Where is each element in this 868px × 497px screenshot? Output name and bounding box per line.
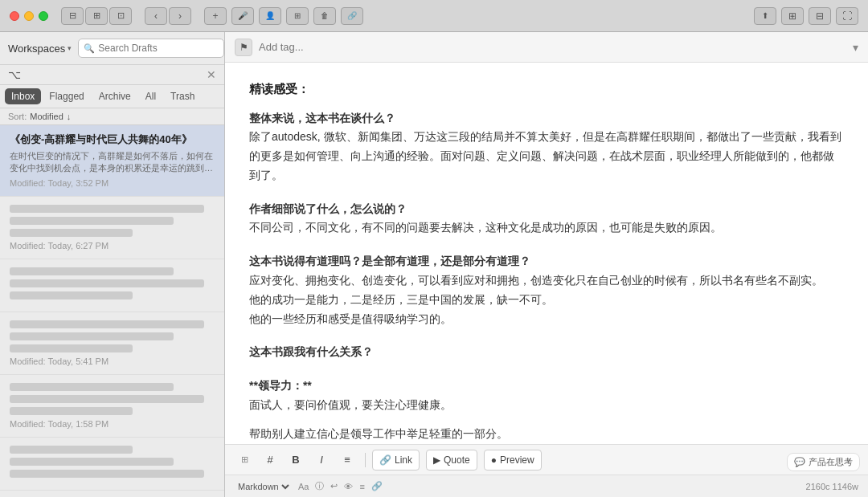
editor-format-toolbar: ⊞ # B I ≡ 🔗 Link ▶ Quote ● Preview <box>225 444 868 475</box>
forward-button[interactable]: › <box>169 7 191 25</box>
split-view-btn[interactable]: ⊟ <box>809 7 831 25</box>
draft-title-placeholder <box>10 205 204 213</box>
tag-chevron-icon[interactable]: ▾ <box>853 41 858 54</box>
toolbar-separator <box>365 453 366 467</box>
workspaces-button[interactable]: Workspaces ▾ <box>8 43 72 55</box>
toolbar-tools: + 🎤 👤 ⊞ 🗑 🔗 <box>204 7 363 25</box>
draft-title-placeholder <box>10 446 133 454</box>
tab-flagged[interactable]: Flagged <box>43 88 90 104</box>
draft-preview-placeholder <box>10 217 174 225</box>
draft-preview-placeholder-2 <box>10 470 204 478</box>
tab-trash[interactable]: Trash <box>164 88 201 104</box>
draft-item[interactable] <box>0 259 224 312</box>
layout-btn-2[interactable]: ⊡ <box>109 7 132 25</box>
close-button[interactable] <box>10 11 19 21</box>
format-italic-button[interactable]: I <box>310 450 333 471</box>
hashtag-icon: # <box>267 454 272 466</box>
draft-preview: 在时代巨变的情况下，高群耀是如何不落后，如何在变化中找到机会点，是本身的积累还是… <box>10 150 215 175</box>
sort-direction-icon[interactable]: ↓ <box>67 112 72 121</box>
window-toggle-btn[interactable]: ⊞ <box>781 7 804 25</box>
format-quote-button[interactable]: ▶ Quote <box>426 450 477 471</box>
format-bold-button[interactable]: B <box>285 450 307 471</box>
content-para-6: 帮助别人建立信心是领导工作中举足轻重的一部分。 <box>249 425 844 444</box>
tag-input[interactable] <box>259 41 846 53</box>
capture-button[interactable]: 🎤 <box>231 7 254 25</box>
draft-preview-placeholder-2 <box>10 407 133 415</box>
grid-view-button[interactable]: ⊞ <box>286 7 309 25</box>
draft-meta: Modified: Today, 6:27 PM <box>10 241 215 251</box>
sort-label: Sort: <box>8 112 27 121</box>
format-list-button[interactable]: ≡ <box>336 450 358 471</box>
content-para-1: 整体来说，这本书在谈什么？ 除了autodesk, 微软、新闻集团、万达这三段的… <box>249 109 844 185</box>
minimize-button[interactable] <box>24 11 34 21</box>
draft-preview-placeholder <box>10 279 204 287</box>
content-para-2: 作者细部说了什么，怎么说的？ 不同公司，不同文化，有不同的问题要去解决，这种文化… <box>249 200 844 238</box>
titlebar-right-controls: ⬆ ⊞ ⊟ ⛶ <box>754 7 858 25</box>
content-para-4: 这本书跟我有什么关系？ <box>249 343 844 362</box>
search-input[interactable] <box>98 43 219 54</box>
wechat-label: 产品在思考 <box>809 456 853 468</box>
eye-icon: ● <box>491 454 497 466</box>
preview-label: Preview <box>500 454 534 466</box>
layout-buttons: ⊟ ⊞ ⊡ <box>61 7 132 25</box>
layout-btn-1[interactable]: ⊞ <box>85 7 108 25</box>
content-para-3: 这本书说得有道理吗？是全部有道理，还是部分有道理？ 应对变化、拥抱变化、创造变化… <box>249 252 844 328</box>
nav-buttons: ‹ › <box>145 7 191 25</box>
format-tag-button[interactable]: # <box>259 450 281 471</box>
draft-title-placeholder <box>10 383 174 391</box>
undo-icon[interactable]: ↩ <box>330 481 338 491</box>
filter-clear-icon[interactable]: ✕ <box>207 68 216 81</box>
link-icon: 🔗 <box>379 454 391 466</box>
format-hashtag-button[interactable]: ⊞ <box>233 450 256 471</box>
content-para-5: **领导力：** 面试人，要问价值观，要关注心理健康。 <box>249 377 844 415</box>
visibility-icon[interactable]: 👁 <box>344 482 353 491</box>
filter-row: ⌥ ✕ <box>0 65 224 85</box>
tab-archive[interactable]: Archive <box>92 88 137 104</box>
sidebar: Workspaces ▾ 🔍 ••• ⌥ ✕ Inbox Flagged Arc… <box>0 32 225 497</box>
titlebar: ⊟ ⊞ ⊡ ‹ › + 🎤 👤 ⊞ 🗑 🔗 ⬆ ⊞ ⊟ ⛶ <box>0 0 868 32</box>
draft-item[interactable]: Modified: Today, 5:41 PM <box>0 312 224 375</box>
draft-item[interactable]: Modified: Today, 1:58 PM <box>0 375 224 438</box>
draft-meta: Modified: Today, 1:58 PM <box>10 419 215 429</box>
filter-icon[interactable]: ⌥ <box>8 68 21 81</box>
editor-content[interactable]: 精读感受： 整体来说，这本书在谈什么？ 除了autodesk, 微软、新闻集团、… <box>225 63 868 444</box>
font-size-btn[interactable]: Aa <box>298 482 309 491</box>
draft-preview-placeholder-2 <box>10 229 133 237</box>
sidebar-toggle-btn[interactable]: ⊟ <box>61 7 84 25</box>
search-box[interactable]: 🔍 <box>78 39 224 58</box>
link-status-icon[interactable]: 🔗 <box>371 481 383 491</box>
back-button[interactable]: ‹ <box>145 7 167 25</box>
markdown-select[interactable]: Markdown <box>235 481 292 492</box>
draft-preview-placeholder <box>10 395 204 403</box>
word-count: 2160c 1146w <box>806 482 858 491</box>
sort-value[interactable]: Modified <box>30 112 63 121</box>
flag-button[interactable]: ⚑ <box>235 39 252 56</box>
draft-preview-placeholder <box>10 332 174 340</box>
draft-meta: Modified: Today, 3:52 PM <box>10 178 215 188</box>
draft-title-placeholder <box>10 267 174 275</box>
maximize-button[interactable] <box>39 11 48 21</box>
indent-icon[interactable]: ≡ <box>359 482 364 491</box>
draft-preview-placeholder <box>10 458 174 466</box>
delete-button[interactable]: 🗑 <box>313 7 336 25</box>
share-button[interactable]: ⬆ <box>754 7 776 25</box>
editor-tag-bar: ⚑ ▾ <box>225 32 868 63</box>
tab-inbox[interactable]: Inbox <box>5 88 41 104</box>
workspaces-label: Workspaces <box>8 43 65 55</box>
add-draft-button[interactable]: + <box>204 7 227 25</box>
fullscreen-btn[interactable]: ⛶ <box>836 7 858 25</box>
draft-item[interactable]: Modified: Today, 6:27 PM <box>0 197 224 259</box>
draft-item[interactable] <box>0 438 224 491</box>
sort-row: Sort: Modified ↓ <box>0 108 224 125</box>
link-action-button[interactable]: 🔗 <box>341 7 363 25</box>
editor-area: ⚑ ▾ 精读感受： 整体来说，这本书在谈什么？ 除了autodesk, 微软、新… <box>225 32 868 497</box>
profile-button[interactable]: 👤 <box>259 7 281 25</box>
tab-all[interactable]: All <box>139 88 162 104</box>
draft-item[interactable]: 《创变-高群耀与时代巨人共舞的40年》 在时代巨变的情况下，高群耀是如何不落后，… <box>0 125 224 197</box>
format-link-button[interactable]: 🔗 Link <box>372 450 420 471</box>
traffic-lights <box>10 11 48 21</box>
info-icon[interactable]: ⓘ <box>315 480 324 492</box>
draft-title-placeholder <box>10 320 204 328</box>
format-preview-button[interactable]: ● Preview <box>484 450 542 471</box>
draft-title: 《创变-高群耀与时代巨人共舞的40年》 <box>10 133 215 147</box>
